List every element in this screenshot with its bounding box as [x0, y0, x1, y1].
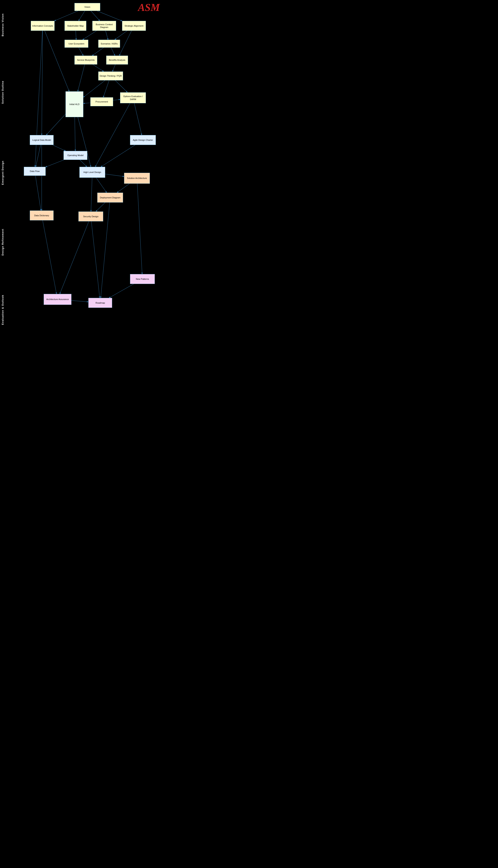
node-solution-architecture: Solution Architecture [124, 173, 150, 184]
svg-line-9 [92, 48, 104, 56]
node-security-design: Security Design [78, 211, 103, 221]
asm-logo: ASM [138, 2, 160, 13]
svg-line-38 [36, 176, 41, 210]
svg-line-32 [35, 31, 42, 167]
section-design-refinement: Design Refinement [0, 207, 5, 278]
svg-line-43 [91, 221, 100, 298]
node-strategic-alignment: Strategic Alignment [122, 21, 146, 31]
node-user-ecosystem: User Ecosystem [65, 40, 88, 48]
svg-line-16 [103, 80, 109, 97]
svg-line-34 [96, 178, 107, 193]
node-high-level-design: High Level Design [79, 167, 105, 178]
svg-line-14 [78, 65, 85, 91]
node-scenarios-asrs: Scenarios / ASRs [98, 40, 120, 48]
section-evaluation-outlook: Evaluation & Outlook [0, 278, 5, 341]
svg-line-24 [134, 103, 142, 135]
svg-line-3 [97, 11, 122, 21]
section-emergent-design: Emergent Design [0, 139, 5, 207]
svg-line-26 [36, 145, 40, 167]
svg-line-29 [80, 160, 87, 167]
svg-line-22 [75, 117, 75, 151]
page-container: ASM Business Vision Solution Outline Eme… [0, 0, 163, 348]
svg-line-33 [105, 174, 124, 177]
svg-line-30 [45, 160, 64, 167]
svg-line-13 [113, 65, 115, 72]
node-initial-hld: Initial HLD [66, 91, 83, 117]
svg-line-19 [113, 100, 120, 100]
svg-line-10 [111, 48, 115, 56]
node-data-dictionary: Data Dictionary [30, 210, 54, 220]
svg-line-6 [106, 31, 108, 40]
svg-line-4 [76, 31, 76, 40]
node-logical-data: Logical Data Model [30, 135, 54, 145]
svg-line-8 [79, 48, 83, 56]
svg-line-28 [101, 145, 135, 167]
svg-line-37 [96, 203, 105, 211]
svg-line-11 [119, 31, 132, 56]
node-business-context: Business Context Diagram [92, 21, 116, 31]
svg-line-45 [71, 300, 88, 302]
node-vision: Vision [75, 3, 100, 11]
node-options-eval: Options Evaluation / SARM [120, 92, 146, 103]
svg-line-31 [42, 31, 43, 135]
node-deployment-diagram: Deployment Diagram [97, 193, 123, 203]
svg-line-7 [115, 31, 127, 40]
section-business-vision: Business Vision [0, 6, 5, 44]
svg-line-40 [60, 221, 89, 294]
node-new-patterns: New Patterns [130, 274, 155, 284]
svg-line-5 [82, 31, 96, 40]
node-architecture-assurance: Architecture Assurance [44, 294, 71, 305]
svg-line-21 [46, 114, 66, 135]
svg-line-2 [91, 11, 100, 21]
svg-line-46 [109, 284, 134, 298]
node-procurement: Procurement [90, 97, 113, 106]
svg-line-41 [43, 220, 56, 294]
node-benefits-analysis: Benefits Analysis [106, 56, 128, 65]
svg-line-20 [115, 80, 128, 92]
svg-line-42 [137, 184, 142, 274]
node-agile-design-charter: Agile Design Charter [130, 135, 156, 145]
svg-line-25 [95, 103, 130, 167]
node-info-concepts: Information Concepts [31, 21, 55, 31]
svg-line-17 [83, 80, 105, 97]
node-stakeholder-map: Stakeholder Map [65, 21, 86, 31]
node-roadmap: Roadmap [88, 298, 112, 308]
node-service-blueprints: Service Blueprints [75, 56, 97, 65]
svg-line-27 [53, 145, 66, 151]
node-data-flow: Data Flow [24, 167, 45, 176]
node-design-thinking: Design Thinking / PQR [98, 72, 123, 80]
svg-line-35 [117, 184, 129, 193]
svg-line-18 [83, 103, 90, 103]
node-operating-model: Operating Model [64, 151, 87, 160]
svg-line-0 [54, 11, 78, 21]
svg-line-1 [79, 11, 85, 21]
svg-line-12 [93, 65, 104, 72]
section-solution-outline: Solution Outline [0, 46, 5, 139]
svg-line-36 [91, 178, 92, 211]
